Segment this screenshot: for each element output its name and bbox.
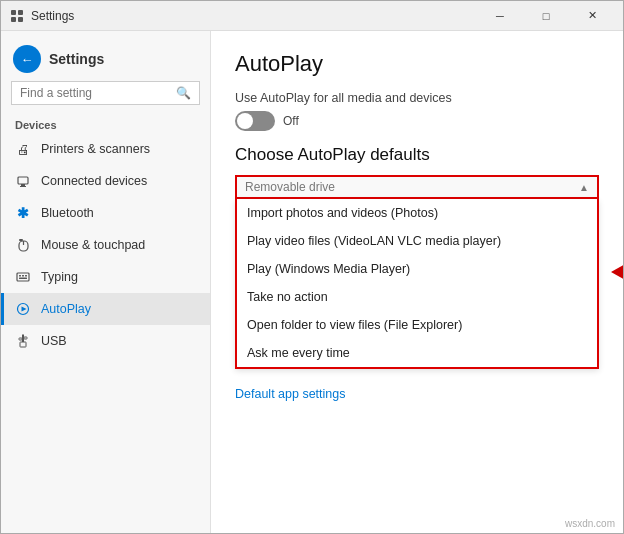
section-title: Choose AutoPlay defaults [235,145,599,165]
sidebar-item-bluetooth[interactable]: ✱ Bluetooth [1,197,210,229]
sidebar-item-typing-label: Typing [41,270,78,284]
svg-rect-2 [11,17,16,22]
dropdown-item-3[interactable]: Take no action [237,283,597,311]
titlebar: Settings ─ □ ✕ [1,1,623,31]
sidebar-item-autoplay[interactable]: AutoPlay [1,293,210,325]
sidebar: ← Settings 🔍 Devices 🖨 Printers & scanne… [1,31,211,534]
sidebar-item-connected[interactable]: Connected devices [1,165,210,197]
default-app-link[interactable]: Default app settings [235,387,346,401]
sidebar-app-title: Settings [49,51,104,67]
toggle-knob [237,113,253,129]
search-icon: 🔍 [176,86,191,100]
sidebar-item-mouse-label: Mouse & touchpad [41,238,145,252]
svg-rect-0 [11,10,16,15]
dropdown-container: Removable drive ▲ Import photos and vide… [235,175,599,369]
printers-icon: 🖨 [15,141,31,157]
toggle-row: Use AutoPlay for all media and devices [235,91,599,105]
svg-rect-21 [24,337,27,339]
sidebar-item-autoplay-label: AutoPlay [41,302,91,316]
toggle-switch[interactable]: Off [235,111,599,131]
sidebar-item-printers[interactable]: 🖨 Printers & scanners [1,133,210,165]
svg-marker-19 [22,334,24,335]
autoplay-icon [15,301,31,317]
toggle-description: Use AutoPlay for all media and devices [235,91,452,105]
sidebar-item-mouse[interactable]: Mouse & touchpad [1,229,210,261]
svg-rect-1 [18,10,23,15]
svg-rect-14 [19,278,27,280]
sidebar-header: ← Settings [1,31,210,81]
dropdown-item-0[interactable]: Import photos and videos (Photos) [237,199,597,227]
close-button[interactable]: ✕ [569,1,615,31]
back-button[interactable]: ← [13,45,41,73]
dropdown-item-2[interactable]: Play (Windows Media Player) [237,255,597,283]
page-title: AutoPlay [235,51,599,77]
svg-rect-5 [21,184,25,186]
dropdown-item-4[interactable]: Open folder to view files (File Explorer… [237,311,597,339]
content-area: AutoPlay Use AutoPlay for all media and … [211,31,623,534]
mouse-icon [15,237,31,253]
sidebar-item-typing[interactable]: Typing [1,261,210,293]
dropdown-item-1[interactable]: Play video files (VideoLAN VLC media pla… [237,227,597,255]
svg-rect-10 [17,273,29,281]
titlebar-icon [9,8,25,24]
sidebar-item-usb-label: USB [41,334,67,348]
svg-rect-3 [18,17,23,22]
toggle-status: Off [283,114,299,128]
back-icon: ← [21,52,34,67]
sidebar-item-connected-label: Connected devices [41,174,147,188]
svg-rect-9 [19,239,23,241]
svg-rect-17 [20,342,26,347]
svg-rect-11 [19,275,21,277]
sidebar-section-label: Devices [1,115,210,133]
svg-rect-12 [22,275,24,277]
dropdown-item-5[interactable]: Ask me every time [237,339,597,367]
maximize-button[interactable]: □ [523,1,569,31]
chevron-up-icon: ▲ [579,182,589,193]
svg-rect-13 [25,275,27,277]
minimize-button[interactable]: ─ [477,1,523,31]
arrow-indicator [611,252,623,292]
bluetooth-icon: ✱ [15,205,31,221]
main-layout: ← Settings 🔍 Devices 🖨 Printers & scanne… [1,31,623,534]
titlebar-title: Settings [31,9,477,23]
search-box: 🔍 [11,81,200,105]
watermark: wsxdn.com [565,518,615,529]
svg-rect-6 [20,186,26,187]
usb-icon [15,333,31,349]
search-input[interactable] [20,86,170,100]
svg-marker-16 [22,307,27,312]
svg-rect-20 [19,338,22,340]
dropdown-header[interactable]: Removable drive ▲ [235,175,599,199]
connected-icon [15,173,31,189]
sidebar-item-printers-label: Printers & scanners [41,142,150,156]
sidebar-item-usb[interactable]: USB [1,325,210,357]
toggle-track[interactable] [235,111,275,131]
dropdown-header-label: Removable drive [245,180,335,194]
titlebar-controls: ─ □ ✕ [477,1,615,31]
typing-icon [15,269,31,285]
dropdown-list: Import photos and videos (Photos) Play v… [235,199,599,369]
svg-rect-4 [18,177,28,184]
sidebar-item-bluetooth-label: Bluetooth [41,206,94,220]
